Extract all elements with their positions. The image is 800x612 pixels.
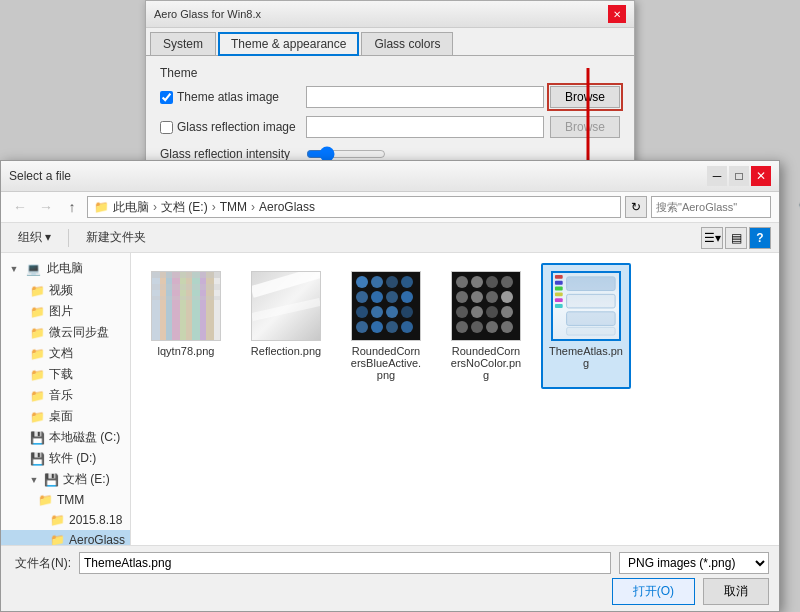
close-button[interactable]: ✕ — [751, 166, 771, 186]
help-button[interactable]: ? — [749, 227, 771, 249]
filename-input[interactable] — [79, 552, 611, 574]
file-item-rounded-nocolor[interactable]: RoundedCornersNoColor.png — [441, 263, 531, 389]
glass-reflection-checkbox[interactable] — [160, 121, 173, 134]
folder-icon-aeroglass: 📁 — [49, 532, 65, 545]
sidebar-item-music[interactable]: 📁 音乐 — [1, 385, 130, 406]
search-input[interactable] — [656, 201, 794, 213]
file-dialog: Select a file ─ □ ✕ ← → ↑ 📁 此电脑 › 文档 (E:… — [0, 160, 780, 612]
organize-button[interactable]: 组织 ▾ — [9, 226, 60, 249]
file-thumbnail-reflection — [251, 271, 321, 341]
svg-point-34 — [401, 321, 413, 333]
path-part-3: AeroGlass — [259, 200, 315, 214]
bg-dialog-titlebar: Aero Glass for Win8.x ✕ — [146, 1, 634, 28]
svg-rect-60 — [567, 294, 616, 308]
svg-rect-14 — [152, 296, 220, 300]
svg-point-41 — [471, 306, 483, 318]
maximize-button[interactable]: □ — [729, 166, 749, 186]
sidebar: ▼ 💻 此电脑 📁 视频 📁 图片 📁 微云同步盘 📁 文档 📁 — [1, 253, 131, 545]
view-btn-details[interactable]: ▤ — [725, 227, 747, 249]
glass-reflection-label-text: Glass reflection image — [177, 120, 296, 134]
svg-point-28 — [401, 291, 413, 303]
forward-button[interactable]: → — [35, 196, 57, 218]
theme-atlas-row: Theme atlas image Browse — [160, 86, 620, 108]
svg-point-42 — [486, 276, 498, 288]
theme-section-label: Theme — [160, 66, 620, 80]
sidebar-label-drive-c: 本地磁盘 (C:) — [49, 429, 120, 446]
svg-rect-53 — [555, 275, 563, 279]
sidebar-item-tmm[interactable]: 📁 TMM — [1, 490, 130, 510]
svg-point-37 — [471, 276, 483, 288]
svg-rect-10 — [200, 272, 206, 340]
file-name-reflection: Reflection.png — [251, 345, 321, 357]
address-path[interactable]: 📁 此电脑 › 文档 (E:) › TMM › AeroGlass — [87, 196, 621, 218]
svg-point-21 — [356, 291, 368, 303]
file-thumbnail-lqytn — [151, 271, 221, 341]
sidebar-label-weiyun: 微云同步盘 — [49, 324, 109, 341]
tab-theme-appearance[interactable]: Theme & appearance — [218, 32, 359, 56]
theme-atlas-browse-button[interactable]: Browse — [550, 86, 620, 108]
svg-rect-57 — [555, 298, 563, 302]
sidebar-item-drive-e[interactable]: ▼ 💾 文档 (E:) — [1, 469, 130, 490]
file-item-rounded-blue[interactable]: RoundedCornersBlueActive.png — [341, 263, 431, 389]
toolbar-separator — [68, 229, 69, 247]
sidebar-item-downloads[interactable]: 📁 下载 — [1, 364, 130, 385]
path-sep-1: › — [212, 200, 216, 214]
open-button[interactable]: 打开(O) — [612, 578, 695, 605]
sidebar-item-video[interactable]: 📁 视频 — [1, 280, 130, 301]
svg-point-25 — [386, 276, 398, 288]
sidebar-item-weiyun[interactable]: 📁 微云同步盘 — [1, 322, 130, 343]
svg-rect-12 — [152, 272, 220, 278]
theme-atlas-checkbox[interactable] — [160, 91, 173, 104]
minimize-button[interactable]: ─ — [707, 166, 727, 186]
file-item-lqytn[interactable]: lqytn78.png — [141, 263, 231, 389]
filetype-select[interactable]: PNG images (*.png) — [619, 552, 769, 574]
address-bar: ← → ↑ 📁 此电脑 › 文档 (E:) › TMM › AeroGlass … — [1, 192, 779, 223]
file-dialog-title: Select a file — [9, 169, 71, 183]
svg-point-51 — [501, 321, 513, 333]
file-dialog-body: ▼ 💻 此电脑 📁 视频 📁 图片 📁 微云同步盘 📁 文档 📁 — [1, 253, 779, 545]
file-item-reflection[interactable]: Reflection.png — [241, 263, 331, 389]
sidebar-item-2015[interactable]: 📁 2015.8.18 — [1, 510, 130, 530]
cancel-button[interactable]: 取消 — [703, 578, 769, 605]
svg-point-29 — [386, 306, 398, 318]
title-buttons: ─ □ ✕ — [707, 166, 771, 186]
svg-rect-11 — [206, 272, 214, 340]
new-folder-button[interactable]: 新建文件夹 — [77, 226, 155, 249]
theme-atlas-checkbox-label[interactable]: Theme atlas image — [160, 90, 300, 104]
svg-point-38 — [456, 291, 468, 303]
sidebar-label-documents: 文档 — [49, 345, 73, 362]
sidebar-item-drive-d[interactable]: 💾 软件 (D:) — [1, 448, 130, 469]
folder-icon-music: 📁 — [29, 388, 45, 404]
svg-point-50 — [486, 321, 498, 333]
tab-glass-colors[interactable]: Glass colors — [361, 32, 453, 55]
file-dialog-bottom: 文件名(N): PNG images (*.png) 打开(O) 取消 — [1, 545, 779, 611]
glass-reflection-browse-button[interactable]: Browse — [550, 116, 620, 138]
view-btn-menu[interactable]: ☰▾ — [701, 227, 723, 249]
sidebar-item-documents[interactable]: 📁 文档 — [1, 343, 130, 364]
bottom-buttons: 打开(O) 取消 — [11, 578, 769, 605]
tab-system[interactable]: System — [150, 32, 216, 55]
glass-reflection-input[interactable] — [306, 116, 544, 138]
path-part-0: 此电脑 — [113, 199, 149, 216]
file-thumbnail-rounded-nocolor — [451, 271, 521, 341]
file-item-themeatlas[interactable]: ThemeAtlas.png — [541, 263, 631, 389]
sidebar-item-drive-c[interactable]: 💾 本地磁盘 (C:) — [1, 427, 130, 448]
bg-dialog-close-button[interactable]: ✕ — [608, 5, 626, 23]
svg-rect-3 — [152, 272, 160, 340]
search-box: 🔍 — [651, 196, 771, 218]
svg-point-40 — [456, 306, 468, 318]
theme-atlas-input[interactable] — [306, 86, 544, 108]
svg-point-33 — [386, 321, 398, 333]
up-button[interactable]: ↑ — [61, 196, 83, 218]
svg-point-26 — [401, 276, 413, 288]
svg-rect-7 — [180, 272, 186, 340]
sidebar-label-pictures: 图片 — [49, 303, 73, 320]
refresh-button[interactable]: ↻ — [625, 196, 647, 218]
svg-rect-56 — [555, 292, 563, 296]
sidebar-item-desktop[interactable]: 📁 桌面 — [1, 406, 130, 427]
back-button[interactable]: ← — [9, 196, 31, 218]
sidebar-item-computer[interactable]: ▼ 💻 此电脑 — [1, 257, 130, 280]
sidebar-item-aeroglass[interactable]: 📁 AeroGlass — [1, 530, 130, 545]
sidebar-item-pictures[interactable]: 📁 图片 — [1, 301, 130, 322]
glass-reflection-checkbox-label[interactable]: Glass reflection image — [160, 120, 300, 134]
